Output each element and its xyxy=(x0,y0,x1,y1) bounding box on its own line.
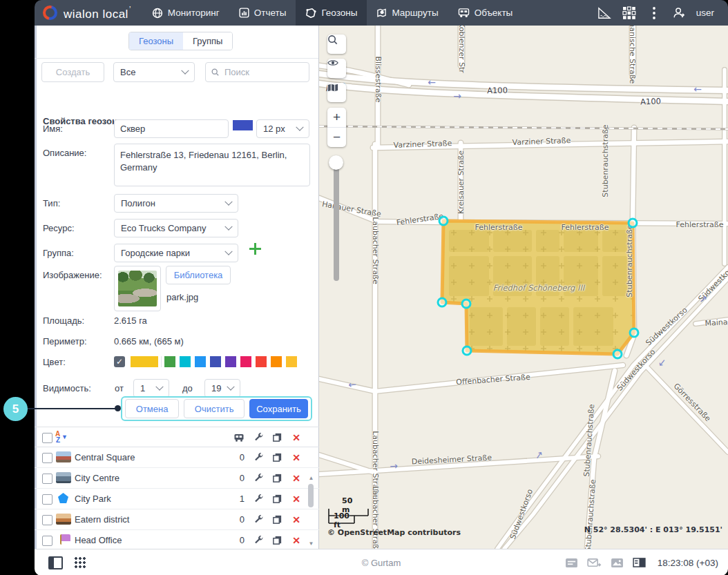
delete-button close-icon[interactable]: ✕ xyxy=(291,452,302,463)
name-input[interactable] xyxy=(114,119,229,138)
map-visibility-button[interactable] xyxy=(327,59,346,78)
row-checkbox[interactable] xyxy=(42,453,52,463)
polygon-vertex-2[interactable] xyxy=(629,328,640,338)
chevron-down-icon xyxy=(155,382,163,390)
save-button[interactable]: Сохранить xyxy=(249,399,308,418)
scrollbar-thumb[interactable] xyxy=(308,484,314,507)
edit-button wrench-icon[interactable] xyxy=(253,494,265,505)
tab-groups[interactable]: Группы xyxy=(183,32,232,50)
geofence-row-city-centre[interactable]: City Centre0✕ xyxy=(35,468,319,489)
copy-button copy-icon[interactable] xyxy=(272,494,283,505)
contrast-panel-icon[interactable] xyxy=(633,558,646,567)
geofence-row-city-park[interactable]: City Park1✕ xyxy=(35,489,319,509)
row-checkbox[interactable] xyxy=(42,494,52,505)
polygon-vertex-5[interactable] xyxy=(461,299,472,309)
main-nav: МониторингОтчетыГеозоныМаршрутыОбъекты xyxy=(142,0,522,26)
map-canvas[interactable]: BlissestraßeKoblenzer Strmanische Straße… xyxy=(319,26,728,549)
edit-button wrench-icon[interactable] xyxy=(253,473,265,484)
filter-select[interactable]: Все xyxy=(113,62,195,82)
tab-geofences[interactable]: Геозоны xyxy=(129,32,183,50)
search-input[interactable] xyxy=(223,66,303,78)
color-swatch-2[interactable] xyxy=(195,356,206,367)
description-textarea[interactable]: Fehlerstraße 13, Friedenau 12161, Berlin… xyxy=(114,144,310,186)
copy-button copy-icon[interactable] xyxy=(272,452,283,463)
delete-button close-icon[interactable]: ✕ xyxy=(291,535,302,546)
polygon-vertex-4[interactable] xyxy=(462,346,472,356)
library-button[interactable]: Библиотека xyxy=(166,266,231,284)
zoom-in-button[interactable]: + xyxy=(327,108,346,127)
edit-button wrench-icon[interactable] xyxy=(253,452,265,463)
edit-button wrench-icon[interactable] xyxy=(253,514,265,525)
group-select[interactable]: Городские парки xyxy=(114,244,238,262)
scroll-down-arrow[interactable]: ▼ xyxy=(307,540,315,547)
color-swatch-0[interactable] xyxy=(164,356,175,367)
sort-az-icon[interactable]: A ▼ Z xyxy=(55,431,70,443)
vis-to-select[interactable]: 19 xyxy=(204,379,240,398)
color-swatch-3[interactable] xyxy=(210,356,221,367)
selected-color-swatch[interactable] xyxy=(131,356,158,367)
color-swatch-6[interactable] xyxy=(256,356,267,367)
polygon-vertex-3[interactable] xyxy=(613,349,623,360)
row-checkbox[interactable] xyxy=(42,536,52,546)
select-all-checkbox[interactable] xyxy=(42,433,52,443)
cancel-button[interactable]: Отмена xyxy=(125,399,179,418)
image-thumbnail-box[interactable] xyxy=(114,266,161,311)
edit-button wrench-icon[interactable] xyxy=(253,535,265,546)
edit-all-icon wrench-icon[interactable] xyxy=(253,432,265,443)
map-search-button[interactable] xyxy=(327,35,346,54)
delete-button close-icon[interactable]: ✕ xyxy=(291,494,302,505)
color-checkbox[interactable]: ✓ xyxy=(114,356,125,367)
color-swatch-5[interactable] xyxy=(240,356,251,367)
copy-button copy-icon[interactable] xyxy=(272,535,283,546)
map-layers-button[interactable] xyxy=(327,83,346,102)
geofence-row-eatern-district[interactable]: Eatern district0✕ xyxy=(35,509,319,530)
copy-button copy-icon[interactable] xyxy=(272,473,283,484)
row-checkbox[interactable] xyxy=(42,474,52,484)
zoom-out-button[interactable]: − xyxy=(327,127,346,147)
delete-all-icon close-icon[interactable]: ✕ xyxy=(291,432,302,443)
nav-item-reports[interactable]: Отчеты xyxy=(229,0,296,26)
wialon-logo-icon xyxy=(43,6,57,20)
zoom-slider-handle[interactable] xyxy=(329,155,343,170)
mail-forward-icon[interactable] xyxy=(587,558,602,568)
notes-icon[interactable] xyxy=(565,558,578,568)
chevron-down-icon xyxy=(224,197,232,205)
name-color-swatch[interactable] xyxy=(233,120,253,130)
polygon-vertex-6[interactable] xyxy=(437,298,448,308)
nav-item-units[interactable]: Объекты xyxy=(448,0,523,26)
image-icon[interactable] xyxy=(611,558,624,568)
scroll-up-arrow[interactable]: ▲ xyxy=(307,474,315,482)
type-select[interactable]: Полигон xyxy=(114,194,238,213)
clear-button[interactable]: Очистить xyxy=(184,399,245,418)
color-swatch-4[interactable] xyxy=(225,356,236,367)
delete-button close-icon[interactable]: ✕ xyxy=(291,473,302,484)
wialon-logo[interactable]: wialon localʼ xyxy=(43,5,131,21)
ruler-icon[interactable] xyxy=(595,4,613,22)
map-label: Fehlerstraße xyxy=(676,220,724,229)
polygon-vertex-0[interactable] xyxy=(439,216,449,226)
geofence-row-head-office[interactable]: Head Office0✕ xyxy=(35,530,319,551)
nav-item-geofences[interactable]: Геозоны xyxy=(296,0,367,26)
color-swatch-1[interactable] xyxy=(180,356,191,367)
color-swatch-8[interactable] xyxy=(286,356,297,367)
apps-icon[interactable] xyxy=(620,4,638,22)
truck-icon xyxy=(458,8,470,18)
geofence-row-central-square[interactable]: Central Square0✕ xyxy=(35,447,319,468)
polygon-vertex-1[interactable] xyxy=(628,218,638,228)
zoom-slider-track[interactable] xyxy=(334,158,339,281)
kebab-icon[interactable] xyxy=(645,4,663,22)
list-scrollbar[interactable]: ▲ ▼ xyxy=(307,474,315,547)
font-size-select[interactable]: 12 px xyxy=(256,119,309,138)
user-icon[interactable] xyxy=(670,4,688,22)
resource-select[interactable]: Eco Trucks Company xyxy=(114,219,238,237)
nav-item-routes[interactable]: Маршруты xyxy=(367,0,448,26)
nav-item-monitoring[interactable]: Мониторинг xyxy=(142,0,229,26)
copy-button copy-icon[interactable] xyxy=(272,514,283,525)
create-button[interactable]: Создать xyxy=(41,62,104,82)
vis-from-select[interactable]: 1 xyxy=(133,379,169,398)
copy-all-icon copy-icon[interactable] xyxy=(272,432,283,443)
color-swatch-7[interactable] xyxy=(271,356,282,367)
row-checkbox[interactable] xyxy=(42,515,52,525)
add-group-button plus-icon[interactable] xyxy=(249,243,261,255)
delete-button close-icon[interactable]: ✕ xyxy=(291,514,302,525)
